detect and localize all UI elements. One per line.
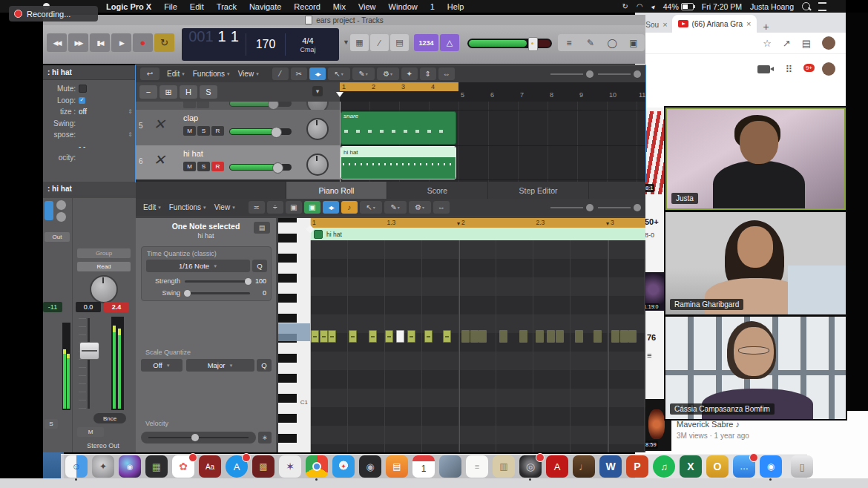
horizontal-zoom-slider[interactable] <box>598 71 641 77</box>
menu-record[interactable]: Record <box>294 2 320 11</box>
pan-knob[interactable] <box>90 275 118 303</box>
downloads-icon[interactable]: ▤ <box>802 38 811 49</box>
mute-button[interactable]: M <box>77 427 104 437</box>
dock-garageband[interactable]: ♩ <box>573 455 595 479</box>
horizontal-zoom-icon[interactable]: ⇔ <box>433 201 450 214</box>
midi-note[interactable] <box>385 330 393 343</box>
volume-value[interactable]: 0.0 <box>76 302 101 312</box>
tab-close-icon[interactable]: × <box>662 20 667 29</box>
tab-close-icon[interactable]: × <box>746 19 751 28</box>
dock-screen-preview[interactable] <box>439 455 461 479</box>
dock-dictionary[interactable]: Aa <box>199 455 221 479</box>
new-tab-button[interactable]: + <box>763 21 769 33</box>
midi-note[interactable] <box>611 330 619 343</box>
duplicate-track-button[interactable]: ⊞ <box>160 85 177 99</box>
track-row-hi-hat[interactable]: 6 ✕ hi hat M S R <box>136 145 340 179</box>
media-browser-button[interactable]: ▣ <box>624 34 643 51</box>
lcd-display[interactable]: 001 1 1 170 4/4 Cmaj <box>182 28 339 61</box>
midi-out-icon[interactable]: ♪ <box>341 201 358 214</box>
region-header-bar[interactable]: hi hat <box>310 228 645 240</box>
note-grid[interactable] <box>310 240 645 452</box>
dock-trash[interactable]: ▯ <box>791 455 813 479</box>
event-list-button[interactable]: ▤ <box>390 34 409 51</box>
solo-tracks-button[interactable]: S <box>200 85 217 99</box>
midi-note[interactable] <box>547 330 555 343</box>
zoom-participant-2[interactable]: Ramina Gharibgard <box>665 212 846 314</box>
tool-menu-icon[interactable]: ⚙ <box>409 201 431 214</box>
midi-note[interactable] <box>470 330 479 343</box>
inspector-collapse-button[interactable]: ▤ <box>254 222 270 234</box>
menu-view[interactable]: View <box>358 2 376 11</box>
dock-spotify[interactable]: ♫ <box>653 455 675 479</box>
track-inspector-header[interactable]: : hi hat <box>43 182 136 197</box>
dock-app-store[interactable]: A <box>226 455 248 479</box>
midi-note[interactable] <box>575 330 583 343</box>
editor-menu-edit[interactable]: Edit▾ <box>140 201 164 214</box>
strength-slider[interactable] <box>185 280 250 283</box>
note-pad-button[interactable]: ✎ <box>581 34 600 51</box>
track-pan-knob[interactable] <box>306 154 329 176</box>
dock-calendar[interactable]: 1 <box>412 455 435 479</box>
midi-note[interactable] <box>499 330 507 343</box>
dock-notes[interactable]: ≡ <box>466 455 488 479</box>
notification-center-icon[interactable] <box>818 2 826 11</box>
drag-mode-icon[interactable]: ⁄ <box>272 67 289 80</box>
automation-read-button[interactable]: Read <box>77 262 131 271</box>
playhead[interactable] <box>340 102 341 182</box>
mute-button[interactable]: M <box>183 162 196 171</box>
midi-note[interactable] <box>594 330 602 343</box>
musical-typing-button[interactable]: ▦ <box>350 34 369 51</box>
stepper-icon[interactable]: ⇕ <box>128 131 133 138</box>
dock-star-app[interactable]: ✶ <box>279 455 301 479</box>
dock-word[interactable]: W <box>599 455 622 479</box>
fast-forward-button[interactable]: ▶▶ <box>68 33 88 52</box>
midi-in-icon[interactable]: ▣ <box>286 201 302 214</box>
swing-slider[interactable] <box>185 292 250 294</box>
lcd-signature[interactable]: 4/4 Cmaj <box>286 28 330 61</box>
tracks-menu-functions[interactable]: Functions▾ <box>190 67 233 80</box>
hide-tracks-button[interactable]: H <box>180 85 197 99</box>
rewind-button[interactable]: ◀◀ <box>47 33 67 52</box>
send-knob[interactable] <box>56 211 67 222</box>
checkbox[interactable] <box>79 85 87 93</box>
piano-roll-ruler[interactable]: 11.322.33▾▾ <box>310 218 645 228</box>
group-button[interactable]: Group <box>77 248 131 258</box>
solo-button[interactable]: S <box>45 419 58 429</box>
scale-quantize-apply-button[interactable]: Q <box>257 359 272 372</box>
dock-finder[interactable]: ☺ <box>65 455 88 479</box>
dock-launchpad[interactable]: ✦ <box>92 455 114 479</box>
solo-button[interactable]: S <box>197 126 210 136</box>
menu-window[interactable]: Window <box>389 2 418 11</box>
tab-piano-roll[interactable]: Piano Roll <box>286 182 387 199</box>
inspector-value[interactable]: off <box>79 108 87 116</box>
track-volume-slider[interactable] <box>229 128 292 135</box>
lcd-tempo[interactable]: 170 <box>246 28 285 61</box>
metronome-button[interactable]: △ <box>440 34 459 51</box>
quantize-apply-button[interactable]: Q <box>252 260 267 272</box>
tab-step-editor[interactable]: Step Editor <box>488 182 589 199</box>
dock-office[interactable]: O <box>706 455 729 479</box>
track-row-clap[interactable]: 5 ✕ clap M S R <box>136 110 340 145</box>
track-checkbox[interactable]: ▾ <box>312 86 323 96</box>
dock-system-preferences[interactable]: ▦ <box>145 455 168 479</box>
tracks-menu-edit[interactable]: Edit▾ <box>164 67 188 80</box>
bookmark-star-icon[interactable]: ☆ <box>763 38 772 49</box>
menu-clock[interactable]: Fri 7:20 PM <box>702 2 742 11</box>
dock-messages[interactable]: … <box>733 455 755 479</box>
midi-note[interactable] <box>620 330 628 343</box>
playhead-marker[interactable] <box>336 92 343 97</box>
split-tool-icon[interactable]: ✂ <box>291 67 307 80</box>
pan-value[interactable]: -11 <box>43 302 62 312</box>
sync-icon[interactable]: ↻ <box>622 2 628 10</box>
timeline-grid[interactable]: snare hi hat <box>340 102 645 182</box>
menu-track[interactable]: Track <box>217 2 237 11</box>
midi-note[interactable] <box>556 330 564 343</box>
browser-avatar[interactable] <box>822 36 835 50</box>
shrink-tracks-button[interactable]: − <box>139 85 157 99</box>
bounce-button[interactable]: Bnce <box>93 413 126 423</box>
dock-logic-pro[interactable]: ◎ <box>519 455 542 479</box>
velocity-slider[interactable] <box>141 432 256 444</box>
go-to-beginning-button[interactable]: ▮◀ <box>90 33 110 52</box>
dock-tiles-game[interactable]: ▩ <box>252 455 274 479</box>
track-pan-knob[interactable] <box>306 118 329 140</box>
